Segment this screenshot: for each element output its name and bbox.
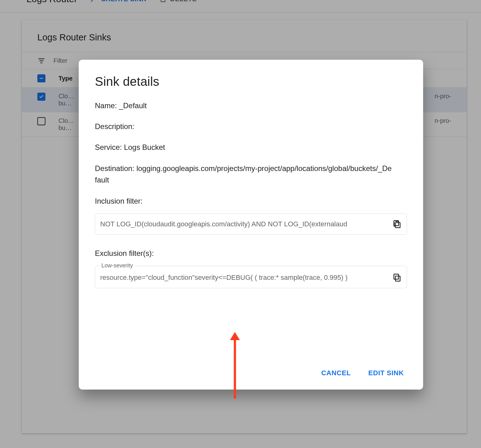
exclusion-filter-value: resource.type="cloud_function"severity<=… bbox=[100, 274, 386, 282]
svg-rect-9 bbox=[394, 274, 399, 279]
sink-details-dialog: Sink details Name: _Default Description:… bbox=[79, 60, 423, 390]
copy-exclusion-button[interactable] bbox=[392, 273, 402, 282]
exclusion-filter-name: Low-severity bbox=[100, 262, 135, 269]
inclusion-filter-box: NOT LOG_ID(cloudaudit.googleapis.com/act… bbox=[95, 214, 407, 235]
svg-rect-8 bbox=[395, 276, 400, 281]
exclusion-filter-label: Exclusion filter(s): bbox=[95, 249, 407, 258]
cancel-button[interactable]: CANCEL bbox=[321, 369, 351, 377]
description-label: Description: bbox=[95, 122, 134, 131]
dialog-title: Sink details bbox=[95, 75, 407, 89]
exclusion-filter-box: Low-severity resource.type="cloud_functi… bbox=[95, 266, 407, 288]
description-field: Description: bbox=[95, 121, 407, 132]
name-value: _Default bbox=[119, 101, 147, 110]
edit-sink-button[interactable]: EDIT SINK bbox=[368, 369, 404, 377]
service-value: Logs Bucket bbox=[124, 143, 165, 151]
dialog-actions: CANCEL EDIT SINK bbox=[95, 357, 407, 380]
name-field: Name: _Default bbox=[95, 100, 407, 111]
copy-inclusion-button[interactable] bbox=[392, 219, 402, 229]
inclusion-filter-label: Inclusion filter: bbox=[95, 197, 407, 206]
service-label: Service: bbox=[95, 143, 124, 151]
inclusion-filter-value: NOT LOG_ID(cloudaudit.googleapis.com/act… bbox=[100, 220, 386, 228]
svg-rect-6 bbox=[395, 223, 400, 228]
destination-label: Destination: bbox=[95, 164, 134, 173]
name-label: Name: bbox=[95, 101, 119, 110]
destination-field: Destination: logging.googleapis.com/proj… bbox=[95, 163, 394, 186]
service-field: Service: Logs Bucket bbox=[95, 141, 407, 153]
destination-value: logging.googleapis.com/projects/my-proje… bbox=[95, 164, 392, 184]
